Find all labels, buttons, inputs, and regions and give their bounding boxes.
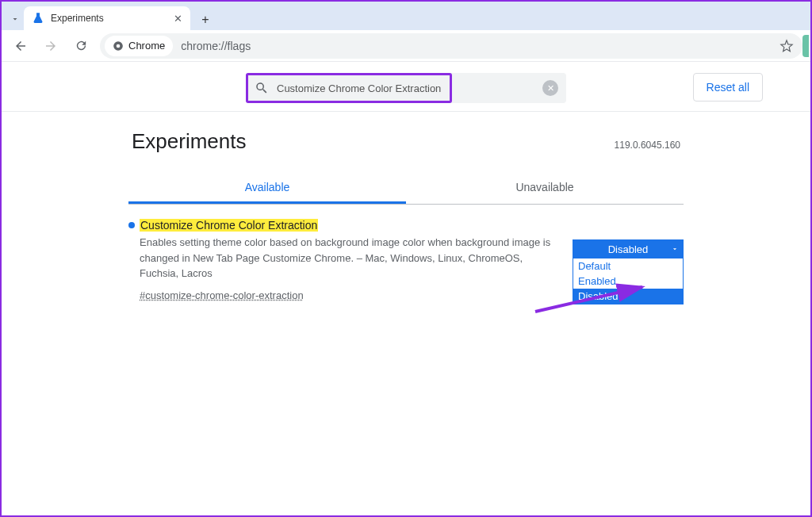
toolbar: Chrome [2,30,810,62]
chevron-down-icon [671,243,679,255]
flags-search-highlight: Customize Chrome Color Extraction [246,73,452,103]
flag-body: Customize Chrome Color Extraction Enable… [128,219,553,302]
reload-button[interactable] [70,35,92,57]
page-header: Experiments 119.0.6045.160 [128,112,684,159]
dropdown-options: Default Enabled Disabled [573,258,684,304]
svg-point-1 [117,44,121,48]
flag-item: Customize Chrome Color Extraction Enable… [128,219,684,304]
back-button[interactable] [10,35,32,57]
flags-search-container: Customize Chrome Color Extraction ✕ [246,73,566,103]
dropdown-option-disabled[interactable]: Disabled [573,289,683,304]
page-title: Experiments [132,129,247,154]
flag-state-dropdown[interactable]: Disabled Default Enabled Disabled [573,239,684,304]
new-tab-button[interactable]: + [195,10,216,30]
flag-title: Customize Chrome Color Extraction [140,219,318,232]
dropdown-selected[interactable]: Disabled [573,239,684,258]
chrome-icon [113,40,124,52]
forward-button[interactable] [40,35,62,57]
chrome-version: 119.0.6045.160 [615,140,680,151]
close-tab-button[interactable]: ✕ [174,13,182,25]
dropdown-option-default[interactable]: Default [573,258,683,274]
browser-tab-active[interactable]: Experiments ✕ [24,6,190,30]
flag-description: Enables setting theme color based on bac… [140,235,553,281]
flag-anchor-link[interactable]: #customize-chrome-color-extraction [140,289,304,301]
search-row: Customize Chrome Color Extraction ✕ Rese… [2,62,810,111]
search-query-text[interactable]: Customize Chrome Color Extraction [277,82,441,94]
url-input[interactable] [176,40,772,52]
site-chip[interactable]: Chrome [105,36,173,56]
reset-all-button[interactable]: Reset all [693,73,763,101]
search-icon [255,81,269,95]
tab-strip: Experiments ✕ + [2,2,810,30]
page-content: Customize Chrome Color Extraction ✕ Rese… [2,62,810,304]
clear-search-button[interactable]: ✕ [542,80,558,96]
bookmark-button[interactable] [776,35,798,57]
modified-dot-icon [128,222,135,228]
dropdown-selected-label: Disabled [608,243,649,255]
flask-icon [32,12,44,25]
tab-title: Experiments [51,13,104,24]
extension-edge [802,35,809,57]
dropdown-option-enabled[interactable]: Enabled [573,274,683,289]
address-bar[interactable]: Chrome [100,33,802,59]
experiment-tabs: Available Unavailable [128,173,684,205]
tab-unavailable[interactable]: Unavailable [406,173,684,204]
tab-available[interactable]: Available [128,173,406,204]
tabs-dropdown-button[interactable] [6,8,24,30]
site-chip-label: Chrome [128,40,165,52]
flag-list: Customize Chrome Color Extraction Enable… [128,219,684,304]
